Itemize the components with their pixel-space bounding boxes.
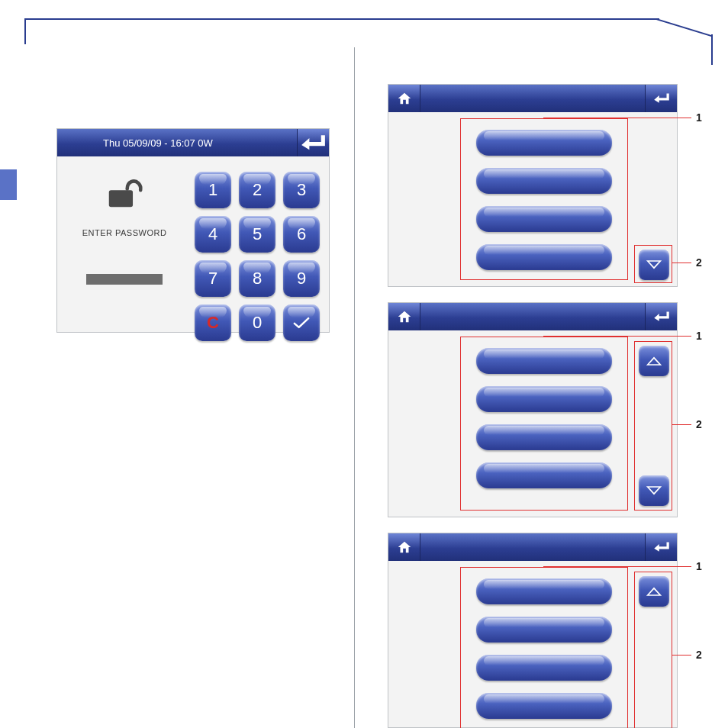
keypad-2[interactable]: 2 [239, 172, 275, 208]
page-border-top [24, 18, 659, 44]
callout-box-scroll [634, 572, 672, 728]
menu-header [388, 533, 677, 561]
keypad-4[interactable]: 4 [195, 216, 231, 253]
chevron-down-icon [646, 259, 662, 270]
menu-item[interactable] [476, 693, 612, 719]
keypad-1[interactable]: 1 [195, 172, 231, 208]
keypad-0[interactable]: 0 [239, 304, 275, 341]
menu-item[interactable] [476, 655, 612, 681]
keypad-confirm[interactable] [283, 304, 320, 341]
callout-2-label: 2 [696, 418, 702, 430]
menu-header [388, 303, 677, 330]
callout-box-scroll [634, 341, 672, 511]
menu-header [388, 85, 677, 112]
unlock-icon [103, 175, 146, 210]
menu-item[interactable] [476, 462, 612, 488]
back-button[interactable] [645, 85, 677, 112]
menu-body [388, 112, 677, 286]
menu-panel-2 [388, 302, 678, 517]
chevron-down-icon [646, 485, 662, 496]
callout-2-label: 2 [696, 649, 702, 661]
menu-item[interactable] [476, 348, 612, 374]
menu-items [461, 119, 627, 281]
keypad-9[interactable]: 9 [283, 260, 320, 297]
home-icon [396, 90, 413, 107]
menu-items [461, 337, 627, 499]
keypad-7[interactable]: 7 [195, 260, 231, 297]
keypad-6[interactable]: 6 [283, 216, 320, 253]
callout-box-items [460, 567, 628, 728]
menu-item[interactable] [476, 386, 612, 412]
callout-1-label: 1 [696, 560, 702, 572]
callout-1-label: 1 [696, 330, 702, 342]
callout-line [543, 118, 691, 118]
keypad-3[interactable]: 3 [283, 172, 320, 208]
callout-2-label: 2 [696, 256, 702, 269]
password-header: Thu 05/09/09 - 16:07 0W [57, 129, 329, 156]
callout-line [672, 424, 691, 425]
back-button[interactable] [297, 129, 329, 156]
password-left-pane: ENTER PASSWORD [57, 156, 192, 332]
scroll-down-button[interactable] [639, 250, 669, 280]
keypad-clear[interactable]: C [195, 304, 231, 341]
callout-line [672, 655, 691, 656]
home-button[interactable] [388, 85, 420, 112]
password-panel: Thu 05/09/09 - 16:07 0W ENTER PASSWORD 1… [56, 128, 330, 333]
page-side-tab [0, 169, 17, 200]
keypad-5[interactable]: 5 [239, 216, 275, 253]
menu-item[interactable] [476, 244, 612, 270]
page-border-diag [656, 18, 711, 52]
password-prompt: ENTER PASSWORD [82, 228, 167, 237]
menu-item[interactable] [476, 424, 612, 450]
home-icon [396, 308, 413, 325]
callout-box-items [460, 118, 628, 280]
chevron-up-icon [646, 356, 662, 366]
menu-item[interactable] [476, 168, 612, 194]
callout-line [672, 263, 691, 263]
menu-item[interactable] [476, 578, 612, 604]
callout-box-items [460, 337, 628, 511]
keypad: 1 2 3 4 5 6 7 8 9 C 0 [192, 156, 329, 332]
scroll-up-button[interactable] [639, 346, 669, 376]
return-arrow-icon [298, 131, 329, 155]
home-button[interactable] [388, 533, 420, 561]
scroll-down-button[interactable] [639, 475, 669, 506]
callout-box-scroll [634, 245, 672, 283]
back-button[interactable] [645, 533, 677, 561]
header-datetime: Thu 05/09/09 - 16:07 0W [103, 137, 213, 149]
page-border-right [711, 34, 713, 65]
svg-rect-0 [109, 190, 133, 207]
menu-items [461, 568, 627, 728]
menu-body [388, 330, 677, 517]
back-button[interactable] [645, 303, 677, 330]
chevron-up-icon [646, 586, 662, 597]
callout-1-label: 1 [696, 111, 702, 124]
return-arrow-icon [652, 540, 672, 555]
home-icon [396, 539, 413, 556]
menu-panel-1 [388, 84, 678, 287]
home-button[interactable] [388, 303, 420, 330]
callout-line [543, 336, 691, 337]
menu-body [388, 561, 677, 727]
scroll-up-button[interactable] [639, 576, 669, 607]
menu-item[interactable] [476, 206, 612, 232]
column-divider [354, 47, 355, 728]
menu-panel-3 [388, 533, 678, 728]
return-arrow-icon [652, 91, 672, 106]
password-body: ENTER PASSWORD 1 2 3 4 5 6 7 8 9 C 0 [57, 156, 329, 332]
keypad-8[interactable]: 8 [239, 260, 275, 297]
callout-line [543, 566, 691, 567]
check-icon [292, 315, 311, 330]
return-arrow-icon [652, 309, 672, 324]
menu-item[interactable] [476, 617, 612, 643]
password-input[interactable] [86, 274, 163, 285]
menu-item[interactable] [476, 130, 612, 156]
